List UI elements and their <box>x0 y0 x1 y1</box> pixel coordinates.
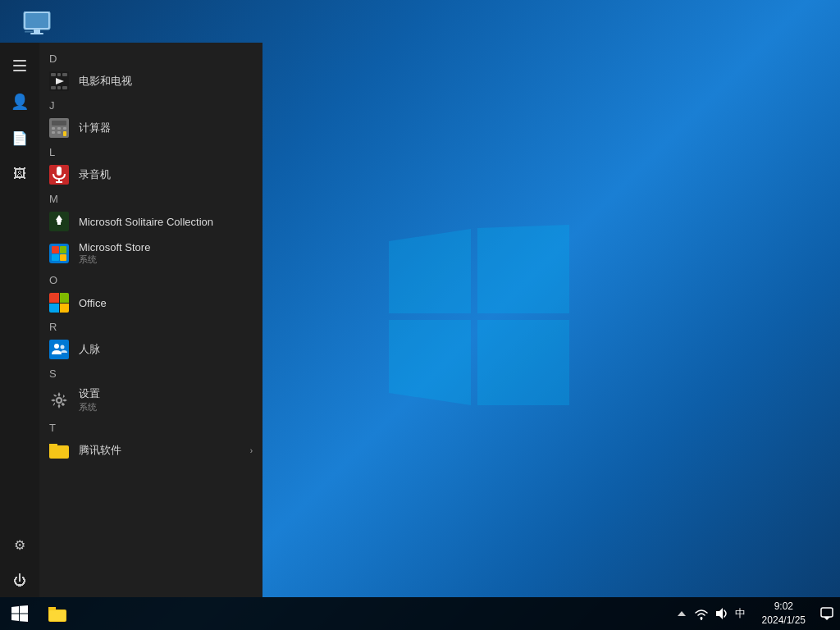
taskbar-left <box>0 597 75 630</box>
system-tray: 中 <box>669 597 754 630</box>
user-profile-button[interactable]: 👤 <box>3 85 36 118</box>
svg-rect-14 <box>57 86 61 89</box>
settings-sidebar-button[interactable]: ⚙ <box>3 528 36 561</box>
svg-marker-3 <box>477 320 569 405</box>
store-sub: 系统 <box>79 253 150 266</box>
app-item-store[interactable]: Microsoft Store 系统 <box>39 236 262 271</box>
ime-tray-icon[interactable]: 中 <box>733 605 749 622</box>
app-item-people[interactable]: 人脉 <box>39 335 262 364</box>
svg-marker-40 <box>20 605 28 614</box>
windows-logo-icon <box>11 605 28 622</box>
power-icon: ⏻ <box>13 573 26 588</box>
store-icon-el <box>49 244 69 263</box>
svg-marker-46 <box>678 611 686 616</box>
user-icon: 👤 <box>11 93 29 111</box>
settings-label: 设置 <box>79 386 100 401</box>
office-icon-el <box>49 293 69 313</box>
chevron-up-icon <box>678 610 686 617</box>
svg-rect-24 <box>63 131 66 136</box>
power-button[interactable]: ⏻ <box>3 564 36 597</box>
volume-tray-icon[interactable] <box>713 605 729 622</box>
photos-icon: 🖼 <box>13 167 26 181</box>
network-tray-icon[interactable] <box>693 605 710 622</box>
clock-date: 2024/1/25 <box>762 614 806 628</box>
solitaire-label: Microsoft Solitaire Collection <box>79 216 213 228</box>
svg-rect-49 <box>821 608 833 617</box>
svg-rect-21 <box>63 127 66 130</box>
svg-rect-32 <box>49 340 69 359</box>
svg-rect-5 <box>25 13 48 28</box>
svg-rect-20 <box>57 127 61 130</box>
svg-rect-12 <box>62 73 67 76</box>
svg-rect-22 <box>52 131 55 134</box>
network-icon <box>694 606 709 621</box>
film-tv-label: 电影和电视 <box>79 74 132 89</box>
settings-sidebar-icon: ⚙ <box>14 537 25 553</box>
svg-rect-19 <box>52 127 55 130</box>
file-explorer-icon <box>48 605 66 622</box>
svg-rect-18 <box>52 121 66 126</box>
app-item-recorder[interactable]: 录音机 <box>39 160 262 189</box>
start-button[interactable] <box>0 597 39 630</box>
hamburger-icon <box>13 60 26 71</box>
svg-rect-11 <box>57 73 61 76</box>
app-item-film-tv[interactable]: 电影和电视 <box>39 66 262 96</box>
section-header-s: S <box>39 364 262 381</box>
svg-rect-7 <box>30 33 43 34</box>
settings-sub: 系统 <box>79 401 100 413</box>
office-label: Office <box>79 297 107 309</box>
svg-marker-42 <box>20 614 28 623</box>
taskbar-pinned <box>39 597 75 630</box>
taskbar: 中 9:02 2024/1/25 <box>0 597 840 630</box>
documents-button[interactable]: 📄 <box>3 121 36 154</box>
taskbar-file-explorer[interactable] <box>39 597 75 630</box>
svg-point-33 <box>54 344 59 349</box>
svg-rect-37 <box>49 445 69 459</box>
section-header-m: M <box>39 189 262 207</box>
svg-rect-13 <box>51 86 56 89</box>
people-label: 人脉 <box>79 342 100 357</box>
people-icon <box>49 340 69 359</box>
expand-arrow-icon: › <box>250 446 253 455</box>
clock-area[interactable]: 9:02 2024/1/25 <box>756 597 812 630</box>
app-list-panel: D 电影和电视 J <box>39 43 262 597</box>
store-label: Microsoft Store <box>79 241 150 253</box>
recorder-label: 录音机 <box>79 167 111 182</box>
film-tv-icon <box>49 71 69 91</box>
photos-button[interactable]: 🖼 <box>3 158 36 190</box>
settings-icon-el <box>49 390 69 410</box>
svg-rect-26 <box>57 167 62 176</box>
desktop: 此电脑 👤 📄 🖼 <box>0 0 840 630</box>
this-pc-icon <box>22 11 52 43</box>
tencent-folder-icon <box>49 441 69 460</box>
app-item-settings[interactable]: 设置 系统 <box>39 381 262 418</box>
section-header-o: O <box>39 271 262 288</box>
volume-icon <box>714 606 728 621</box>
svg-rect-15 <box>62 86 67 89</box>
svg-rect-31 <box>57 222 61 225</box>
app-item-solitaire[interactable]: Microsoft Solitaire Collection <box>39 207 262 236</box>
windows-logo-watermark <box>389 225 569 405</box>
taskbar-right: 中 9:02 2024/1/25 <box>669 597 840 630</box>
notification-button[interactable] <box>814 597 840 630</box>
svg-marker-50 <box>824 617 830 620</box>
svg-marker-48 <box>716 608 723 619</box>
app-item-office[interactable]: Office <box>39 288 262 317</box>
svg-marker-1 <box>477 225 569 313</box>
svg-rect-23 <box>57 131 61 134</box>
app-item-tencent[interactable]: 腾讯软件 › <box>39 436 262 465</box>
svg-point-34 <box>61 345 65 349</box>
solitaire-icon <box>49 212 69 231</box>
svg-marker-39 <box>11 606 19 614</box>
section-header-t: T <box>39 418 262 436</box>
hamburger-button[interactable] <box>3 49 36 82</box>
svg-rect-6 <box>34 30 40 33</box>
svg-marker-2 <box>389 320 471 405</box>
app-item-calculator[interactable]: 计算器 <box>39 113 262 143</box>
start-menu: 👤 📄 🖼 ⚙ ⏻ D <box>0 43 262 597</box>
tray-expand-button[interactable] <box>673 605 690 622</box>
notification-icon <box>820 607 833 620</box>
settings-info: 设置 系统 <box>79 386 100 413</box>
svg-rect-10 <box>51 73 56 76</box>
calculator-label: 计算器 <box>79 121 111 135</box>
